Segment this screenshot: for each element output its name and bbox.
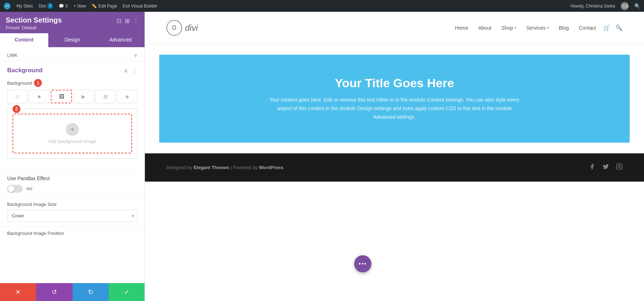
site-navigation: D divi Home About Shop ▾ Services ▾: [145, 12, 644, 44]
undo-icon: ↺: [52, 288, 57, 296]
divi-menu[interactable]: Divi 3: [39, 3, 53, 9]
link-section-label: LINK: [7, 53, 18, 58]
svg-rect-4: [617, 164, 622, 169]
hero-section: Your Title Goes Here Your content goes h…: [159, 55, 630, 143]
update-badge: 3: [47, 3, 53, 9]
undo-button[interactable]: ↺: [36, 283, 72, 301]
twitter-icon[interactable]: [602, 163, 609, 172]
site-content: Your Title Goes Here Your content goes h…: [145, 44, 644, 301]
sidebar-title: Section Settings: [6, 16, 62, 24]
parallax-label: Use Parallax Effect: [7, 176, 137, 181]
parallax-toggle[interactable]: [7, 185, 23, 193]
nav-search-icon[interactable]: 🔍: [615, 24, 623, 31]
exit-builder-button[interactable]: Exit Visual Builder: [123, 4, 157, 9]
pattern-icon: ⊞: [103, 94, 108, 99]
save-icon: ✓: [124, 288, 130, 296]
bg-type-none[interactable]: ◇: [7, 90, 28, 103]
tab-advanced[interactable]: Advanced: [96, 33, 145, 47]
nav-services[interactable]: Services ▾: [526, 25, 549, 31]
tab-design[interactable]: Design: [48, 33, 97, 47]
action-bar: ✕ ↺ ↻ ✓: [0, 283, 145, 301]
comments-icon: 💬: [59, 4, 64, 9]
nav-links: Home About Shop ▾ Services ▾ Blog Contac: [455, 25, 596, 31]
add-bg-container: 2 + Add Background Image: [7, 108, 137, 159]
new-label: + New: [74, 4, 86, 9]
bg-size-section: Background Image Size Cover Contain Auto…: [0, 197, 145, 226]
parallax-value: NO: [26, 187, 33, 191]
comments-count: 0: [65, 4, 68, 9]
services-chevron-icon: ▾: [547, 26, 549, 30]
hero-body: Your content goes here. Edit or remove t…: [269, 96, 520, 121]
bg-size-select[interactable]: Cover Contain Auto Custom: [7, 210, 137, 222]
nav-home[interactable]: Home: [455, 25, 468, 31]
none-icon: ◇: [15, 94, 19, 99]
fullscreen-icon[interactable]: ⊡: [117, 18, 121, 24]
sidebar-content: LINK ∨ Background ∧ ⋮ Background: [0, 47, 145, 301]
bg-type-color[interactable]: ■: [29, 90, 49, 103]
bg-more-icon[interactable]: ⋮: [132, 67, 137, 74]
cancel-button[interactable]: ✕: [0, 283, 36, 301]
nav-contact[interactable]: Contact: [579, 25, 596, 31]
exit-builder-label: Exit Visual Builder: [123, 4, 157, 9]
bg-type-image[interactable]: 🖼: [51, 90, 72, 103]
background-field-label: Background: [7, 80, 32, 86]
redo-button[interactable]: ↻: [73, 283, 109, 301]
avatar[interactable]: CG: [621, 2, 629, 10]
sidebar-header: Section Settings Preset: Default ⊡ ⊞ ⋮: [0, 12, 145, 33]
my-sites-label: My Sites: [16, 4, 33, 9]
floating-action-button[interactable]: •••: [354, 255, 371, 272]
nav-shop[interactable]: Shop ▾: [501, 25, 516, 31]
new-button[interactable]: + New: [74, 4, 86, 9]
bg-type-video[interactable]: ▶: [73, 90, 94, 103]
bg-position-section: Background Image Position: [0, 226, 145, 243]
edit-page-button[interactable]: ✏️ Edit Page: [92, 4, 117, 9]
nav-about[interactable]: About: [478, 25, 492, 31]
toggle-knob: [8, 186, 14, 192]
floating-btn-icon: •••: [359, 261, 367, 267]
cancel-icon: ✕: [15, 288, 21, 296]
footer-separator: | Powered by: [230, 165, 259, 170]
divi-label: Divi: [39, 4, 46, 9]
add-bg-label: Add Background Image: [48, 139, 97, 144]
tab-content[interactable]: Content: [0, 33, 48, 47]
footer-social: [589, 163, 623, 172]
bg-size-label: Background Image Size: [7, 202, 137, 207]
bg-collapse-icon[interactable]: ∧: [124, 67, 128, 74]
facebook-icon[interactable]: [589, 163, 595, 172]
wp-logo-icon[interactable]: W: [4, 3, 11, 10]
footer-designed-by: Designed by: [166, 165, 194, 170]
site-logo: D divi: [166, 20, 198, 36]
video-icon: ▶: [82, 94, 86, 99]
save-button[interactable]: ✓: [109, 283, 145, 301]
image-icon: 🖼: [59, 94, 64, 99]
parallax-section: Use Parallax Effect NO: [0, 169, 145, 197]
instagram-icon[interactable]: [616, 163, 623, 172]
my-sites-menu[interactable]: My Sites: [16, 4, 33, 9]
comments-menu[interactable]: 💬 0: [59, 4, 68, 9]
footer-text: Designed by Elegant Themes | Powered by …: [166, 165, 589, 170]
cart-icon[interactable]: 🛒: [603, 24, 610, 31]
badge-1: 1: [34, 79, 42, 87]
color-icon: ■: [38, 94, 40, 99]
bg-type-pattern[interactable]: ⊞: [95, 90, 116, 103]
bg-type-mask[interactable]: ◈: [117, 90, 137, 103]
collapse-icon[interactable]: ∨: [134, 52, 137, 58]
logo-text: divi: [185, 23, 198, 33]
search-icon[interactable]: 🔍: [634, 3, 640, 9]
footer-elegant-themes: Elegant Themes: [194, 165, 229, 170]
site-footer: Designed by Elegant Themes | Powered by …: [145, 153, 644, 182]
add-background-image-button[interactable]: + Add Background Image: [13, 114, 132, 153]
sidebar-tabs: Content Design Advanced: [0, 33, 145, 47]
howdy-text: Howdy, Christina Gwira: [571, 4, 615, 9]
background-section: Background ∧ ⋮ Background 1 ◇: [0, 61, 145, 169]
preset-label[interactable]: Preset: Default: [6, 25, 62, 30]
add-plus-icon: +: [66, 123, 79, 136]
columns-icon[interactable]: ⊞: [125, 18, 130, 24]
mask-icon: ◈: [125, 94, 129, 99]
admin-bar: W My Sites Divi 3 💬 0 + New ✏️ Edit Page…: [0, 0, 644, 12]
logo-letter: D: [172, 25, 176, 31]
badge-2: 2: [13, 105, 20, 113]
more-options-icon[interactable]: ⋮: [133, 18, 139, 24]
bg-type-selector: ◇ ■ 🖼 ▶ ⊞ ◈: [7, 90, 137, 103]
nav-blog[interactable]: Blog: [559, 25, 569, 31]
